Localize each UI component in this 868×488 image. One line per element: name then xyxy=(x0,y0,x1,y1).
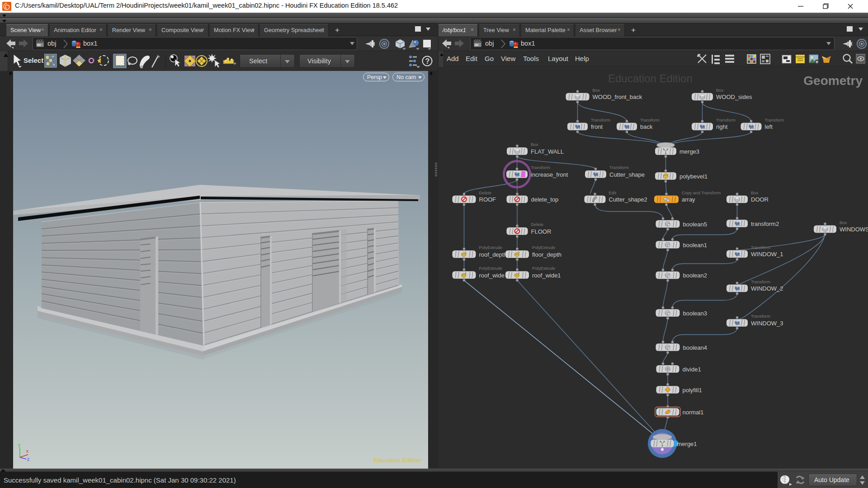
svg-text:Transform: Transform xyxy=(640,117,660,122)
svg-text:WOOD_front_back: WOOD_front_back xyxy=(593,94,642,100)
svg-text:WINDOWS: WINDOWS xyxy=(840,226,868,233)
svg-text:boolean2: boolean2 xyxy=(683,272,708,279)
svg-text:x: x xyxy=(26,449,28,454)
svg-text:delete_top: delete_top xyxy=(531,196,559,203)
svg-text:WINDOW_2: WINDOW_2 xyxy=(751,285,783,292)
svg-text:Transform: Transform xyxy=(716,117,736,122)
svg-text:left: left xyxy=(765,123,773,130)
svg-text:Box: Box xyxy=(840,220,847,225)
svg-text:right: right xyxy=(716,123,728,130)
svg-text:divide1: divide1 xyxy=(683,366,701,373)
svg-text:y: y xyxy=(18,442,20,447)
svg-text:back: back xyxy=(640,123,653,130)
svg-text:boolean5: boolean5 xyxy=(683,221,708,228)
svg-text:transform2: transform2 xyxy=(751,221,779,227)
svg-text:Transform: Transform xyxy=(591,117,610,122)
svg-text:polybevel1: polybevel1 xyxy=(679,173,708,180)
svg-text:Transform: Transform xyxy=(609,165,629,170)
svg-text:ROOF: ROOF xyxy=(479,196,496,203)
svg-text:?: ? xyxy=(425,57,430,65)
svg-text:Transform: Transform xyxy=(751,245,770,250)
svg-text:roof_wide: roof_wide xyxy=(479,272,505,279)
svg-text:boolean4: boolean4 xyxy=(683,344,708,351)
svg-text:merge3: merge3 xyxy=(679,148,699,155)
svg-text:Box: Box xyxy=(593,88,600,93)
svg-text:Edit: Edit xyxy=(609,190,617,195)
svg-text:Transform: Transform xyxy=(531,165,550,170)
svg-text:Cutter_shape: Cutter_shape xyxy=(609,171,645,178)
svg-text:front: front xyxy=(591,123,603,130)
svg-text:WINDOW_3: WINDOW_3 xyxy=(751,320,783,327)
svg-text:Transform: Transform xyxy=(765,117,784,122)
svg-text:normal1: normal1 xyxy=(683,409,704,416)
svg-text:DOOR: DOOR xyxy=(751,196,769,203)
svg-text:WINDOW_1: WINDOW_1 xyxy=(751,251,783,258)
svg-text:boolean3: boolean3 xyxy=(683,310,708,317)
svg-text:Copy and Transform: Copy and Transform xyxy=(682,190,721,195)
svg-text:Cutter_shape2: Cutter_shape2 xyxy=(609,196,647,203)
svg-text:merge1: merge1 xyxy=(677,441,697,447)
svg-text:Delete: Delete xyxy=(479,190,491,195)
svg-text:z: z xyxy=(27,457,29,462)
svg-text:Education Edition: Education Edition xyxy=(608,72,693,84)
svg-text:WOOD_sides: WOOD_sides xyxy=(716,94,752,100)
svg-text:roof_depth: roof_depth xyxy=(479,251,507,258)
svg-text:Transform: Transform xyxy=(751,314,770,319)
svg-text:roof_wide1: roof_wide1 xyxy=(532,272,561,279)
svg-text:boolean1: boolean1 xyxy=(683,242,708,249)
svg-text:FLAT_WALL: FLAT_WALL xyxy=(531,148,564,155)
svg-text:Transform: Transform xyxy=(751,279,770,284)
svg-text:floor_depth: floor_depth xyxy=(532,251,561,258)
svg-text:array: array xyxy=(682,196,695,203)
svg-text:Box: Box xyxy=(716,88,724,93)
svg-text:Box: Box xyxy=(751,190,759,195)
svg-text:PolyExtrude: PolyExtrude xyxy=(479,245,502,250)
svg-text:PolyExtrude: PolyExtrude xyxy=(532,266,555,271)
svg-text:PolyExtrude: PolyExtrude xyxy=(532,245,555,250)
svg-text:FLOOR: FLOOR xyxy=(531,228,552,235)
svg-text:PolyExtrude: PolyExtrude xyxy=(479,266,502,271)
svg-text:Geometry: Geometry xyxy=(803,74,863,88)
svg-text:polyfill1: polyfill1 xyxy=(683,387,702,394)
svg-text:Delete: Delete xyxy=(531,222,543,227)
svg-text:Select: Select xyxy=(24,56,43,64)
svg-text:Box: Box xyxy=(531,142,538,147)
svg-text:increase_front: increase_front xyxy=(531,171,568,178)
